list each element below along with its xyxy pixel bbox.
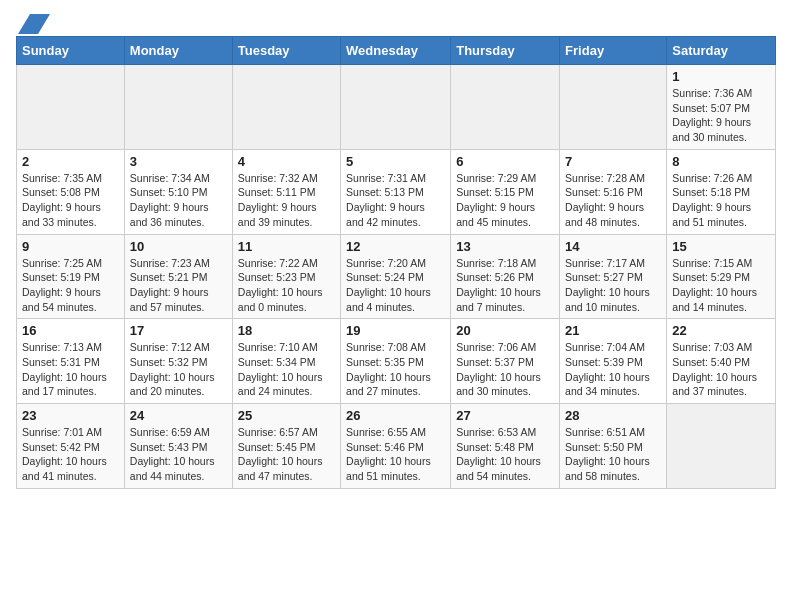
calendar-cell: 16Sunrise: 7:13 AM Sunset: 5:31 PM Dayli… <box>17 319 125 404</box>
svg-marker-0 <box>18 14 50 34</box>
calendar-cell <box>124 65 232 150</box>
day-info: Sunrise: 7:28 AM Sunset: 5:16 PM Dayligh… <box>565 171 661 230</box>
calendar-cell: 5Sunrise: 7:31 AM Sunset: 5:13 PM Daylig… <box>341 149 451 234</box>
calendar-cell: 28Sunrise: 6:51 AM Sunset: 5:50 PM Dayli… <box>560 404 667 489</box>
calendar-cell <box>232 65 340 150</box>
day-info: Sunrise: 7:20 AM Sunset: 5:24 PM Dayligh… <box>346 256 445 315</box>
page-header <box>16 16 776 28</box>
calendar-cell: 7Sunrise: 7:28 AM Sunset: 5:16 PM Daylig… <box>560 149 667 234</box>
calendar-cell: 26Sunrise: 6:55 AM Sunset: 5:46 PM Dayli… <box>341 404 451 489</box>
day-info: Sunrise: 7:17 AM Sunset: 5:27 PM Dayligh… <box>565 256 661 315</box>
day-info: Sunrise: 7:25 AM Sunset: 5:19 PM Dayligh… <box>22 256 119 315</box>
day-info: Sunrise: 7:01 AM Sunset: 5:42 PM Dayligh… <box>22 425 119 484</box>
day-number: 23 <box>22 408 119 423</box>
day-info: Sunrise: 7:32 AM Sunset: 5:11 PM Dayligh… <box>238 171 335 230</box>
day-info: Sunrise: 7:03 AM Sunset: 5:40 PM Dayligh… <box>672 340 770 399</box>
day-number: 2 <box>22 154 119 169</box>
day-number: 14 <box>565 239 661 254</box>
day-number: 26 <box>346 408 445 423</box>
calendar-cell: 19Sunrise: 7:08 AM Sunset: 5:35 PM Dayli… <box>341 319 451 404</box>
calendar-cell: 3Sunrise: 7:34 AM Sunset: 5:10 PM Daylig… <box>124 149 232 234</box>
calendar-week-1: 1Sunrise: 7:36 AM Sunset: 5:07 PM Daylig… <box>17 65 776 150</box>
weekday-header-saturday: Saturday <box>667 37 776 65</box>
day-number: 6 <box>456 154 554 169</box>
calendar-cell: 4Sunrise: 7:32 AM Sunset: 5:11 PM Daylig… <box>232 149 340 234</box>
day-info: Sunrise: 7:06 AM Sunset: 5:37 PM Dayligh… <box>456 340 554 399</box>
calendar-cell: 13Sunrise: 7:18 AM Sunset: 5:26 PM Dayli… <box>451 234 560 319</box>
calendar-week-3: 9Sunrise: 7:25 AM Sunset: 5:19 PM Daylig… <box>17 234 776 319</box>
weekday-header-thursday: Thursday <box>451 37 560 65</box>
calendar-table: SundayMondayTuesdayWednesdayThursdayFrid… <box>16 36 776 489</box>
calendar-cell: 14Sunrise: 7:17 AM Sunset: 5:27 PM Dayli… <box>560 234 667 319</box>
day-number: 24 <box>130 408 227 423</box>
day-number: 9 <box>22 239 119 254</box>
day-info: Sunrise: 7:36 AM Sunset: 5:07 PM Dayligh… <box>672 86 770 145</box>
day-number: 11 <box>238 239 335 254</box>
weekday-header-row: SundayMondayTuesdayWednesdayThursdayFrid… <box>17 37 776 65</box>
calendar-cell <box>17 65 125 150</box>
calendar-week-2: 2Sunrise: 7:35 AM Sunset: 5:08 PM Daylig… <box>17 149 776 234</box>
day-number: 20 <box>456 323 554 338</box>
day-info: Sunrise: 6:53 AM Sunset: 5:48 PM Dayligh… <box>456 425 554 484</box>
day-info: Sunrise: 7:15 AM Sunset: 5:29 PM Dayligh… <box>672 256 770 315</box>
calendar-cell: 10Sunrise: 7:23 AM Sunset: 5:21 PM Dayli… <box>124 234 232 319</box>
day-number: 18 <box>238 323 335 338</box>
calendar-cell: 18Sunrise: 7:10 AM Sunset: 5:34 PM Dayli… <box>232 319 340 404</box>
calendar-cell: 11Sunrise: 7:22 AM Sunset: 5:23 PM Dayli… <box>232 234 340 319</box>
day-info: Sunrise: 7:08 AM Sunset: 5:35 PM Dayligh… <box>346 340 445 399</box>
day-number: 13 <box>456 239 554 254</box>
calendar-cell: 27Sunrise: 6:53 AM Sunset: 5:48 PM Dayli… <box>451 404 560 489</box>
calendar-cell: 9Sunrise: 7:25 AM Sunset: 5:19 PM Daylig… <box>17 234 125 319</box>
day-number: 17 <box>130 323 227 338</box>
calendar-cell <box>451 65 560 150</box>
day-info: Sunrise: 7:26 AM Sunset: 5:18 PM Dayligh… <box>672 171 770 230</box>
day-info: Sunrise: 7:04 AM Sunset: 5:39 PM Dayligh… <box>565 340 661 399</box>
day-number: 25 <box>238 408 335 423</box>
weekday-header-tuesday: Tuesday <box>232 37 340 65</box>
calendar-cell: 17Sunrise: 7:12 AM Sunset: 5:32 PM Dayli… <box>124 319 232 404</box>
logo-icon <box>18 14 50 34</box>
day-info: Sunrise: 7:23 AM Sunset: 5:21 PM Dayligh… <box>130 256 227 315</box>
day-number: 19 <box>346 323 445 338</box>
weekday-header-friday: Friday <box>560 37 667 65</box>
calendar-cell: 15Sunrise: 7:15 AM Sunset: 5:29 PM Dayli… <box>667 234 776 319</box>
day-number: 4 <box>238 154 335 169</box>
calendar-cell: 20Sunrise: 7:06 AM Sunset: 5:37 PM Dayli… <box>451 319 560 404</box>
calendar-cell: 2Sunrise: 7:35 AM Sunset: 5:08 PM Daylig… <box>17 149 125 234</box>
day-info: Sunrise: 7:18 AM Sunset: 5:26 PM Dayligh… <box>456 256 554 315</box>
calendar-cell: 24Sunrise: 6:59 AM Sunset: 5:43 PM Dayli… <box>124 404 232 489</box>
day-info: Sunrise: 7:10 AM Sunset: 5:34 PM Dayligh… <box>238 340 335 399</box>
weekday-header-wednesday: Wednesday <box>341 37 451 65</box>
calendar-cell <box>341 65 451 150</box>
calendar-cell: 23Sunrise: 7:01 AM Sunset: 5:42 PM Dayli… <box>17 404 125 489</box>
day-number: 8 <box>672 154 770 169</box>
calendar-week-5: 23Sunrise: 7:01 AM Sunset: 5:42 PM Dayli… <box>17 404 776 489</box>
calendar-cell: 22Sunrise: 7:03 AM Sunset: 5:40 PM Dayli… <box>667 319 776 404</box>
day-info: Sunrise: 6:57 AM Sunset: 5:45 PM Dayligh… <box>238 425 335 484</box>
day-info: Sunrise: 7:13 AM Sunset: 5:31 PM Dayligh… <box>22 340 119 399</box>
calendar-cell: 6Sunrise: 7:29 AM Sunset: 5:15 PM Daylig… <box>451 149 560 234</box>
day-info: Sunrise: 7:22 AM Sunset: 5:23 PM Dayligh… <box>238 256 335 315</box>
day-number: 5 <box>346 154 445 169</box>
day-number: 16 <box>22 323 119 338</box>
calendar-cell: 12Sunrise: 7:20 AM Sunset: 5:24 PM Dayli… <box>341 234 451 319</box>
logo <box>16 16 50 28</box>
weekday-header-monday: Monday <box>124 37 232 65</box>
day-info: Sunrise: 7:12 AM Sunset: 5:32 PM Dayligh… <box>130 340 227 399</box>
day-number: 28 <box>565 408 661 423</box>
calendar-cell: 25Sunrise: 6:57 AM Sunset: 5:45 PM Dayli… <box>232 404 340 489</box>
day-number: 7 <box>565 154 661 169</box>
day-number: 22 <box>672 323 770 338</box>
day-info: Sunrise: 6:59 AM Sunset: 5:43 PM Dayligh… <box>130 425 227 484</box>
day-number: 3 <box>130 154 227 169</box>
day-info: Sunrise: 7:35 AM Sunset: 5:08 PM Dayligh… <box>22 171 119 230</box>
day-number: 21 <box>565 323 661 338</box>
calendar-week-4: 16Sunrise: 7:13 AM Sunset: 5:31 PM Dayli… <box>17 319 776 404</box>
day-info: Sunrise: 7:29 AM Sunset: 5:15 PM Dayligh… <box>456 171 554 230</box>
day-info: Sunrise: 7:34 AM Sunset: 5:10 PM Dayligh… <box>130 171 227 230</box>
weekday-header-sunday: Sunday <box>17 37 125 65</box>
calendar-cell: 21Sunrise: 7:04 AM Sunset: 5:39 PM Dayli… <box>560 319 667 404</box>
day-number: 1 <box>672 69 770 84</box>
day-info: Sunrise: 6:51 AM Sunset: 5:50 PM Dayligh… <box>565 425 661 484</box>
day-number: 15 <box>672 239 770 254</box>
